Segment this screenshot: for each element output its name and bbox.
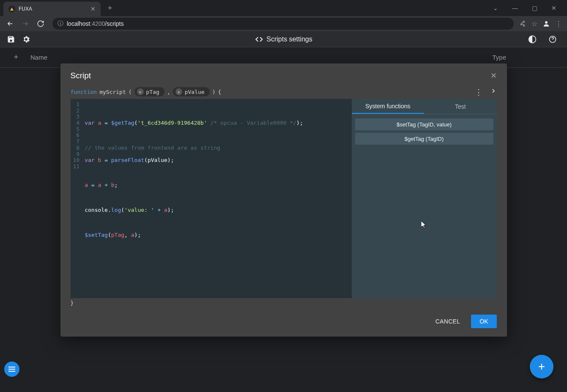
code-content[interactable]: var a = $getTag('t_6cd346d9-9196428b' /*… [83,99,307,298]
side-panel: System functions Test $setTag (TagID, va… [352,99,497,298]
browser-tab[interactable]: FUXA ✕ [3,2,101,16]
code-line: $setTag(pTag, a); [85,232,303,238]
fn-gettag-button[interactable]: $getTag (TagID) [355,133,493,145]
tab-favicon [8,5,15,12]
remove-param-icon[interactable]: ✕ [175,88,182,95]
tab-system-functions[interactable]: System functions [352,99,425,114]
editor-row: 1234567891011 var a = $getTag('t_6cd346d… [60,99,507,298]
keyword-function: function [71,89,97,95]
url-path: /scripts [105,20,123,27]
code-editor[interactable]: 1234567891011 var a = $getTag('t_6cd346d… [71,99,352,298]
param-label: pValue [185,89,205,95]
nav-reload-button[interactable] [34,17,47,30]
remove-param-icon[interactable]: ✕ [137,88,144,95]
fn-settag-button[interactable]: $setTag (TagID, value) [355,118,493,130]
param-chip-ptag[interactable]: ✕ pTag [134,87,164,96]
window-controls: ⌄ — ▢ ✕ [489,5,567,11]
window-maximize-icon[interactable]: ▢ [528,5,541,11]
browser-titlebar: FUXA ✕ + ⌄ — ▢ ✕ [0,0,567,16]
dialog-backdrop: Script ✕ function myScript ( ✕ pTag , ✕ … [0,31,567,392]
menu-icon [8,367,15,372]
new-tab-button[interactable]: + [104,2,116,14]
menu-fab[interactable] [4,362,19,377]
code-line: console.log('value: ' + a); [85,207,303,214]
param-label: pTag [146,89,159,95]
chevron-down-icon[interactable]: ⌄ [489,5,502,11]
dialog-actions: CANCEL OK [60,310,507,337]
function-name: myScript [99,89,126,95]
add-fab[interactable]: + [530,355,553,378]
code-line: a = a + b; [85,182,303,189]
url-host: localhost [67,20,90,27]
url-input[interactable]: ⓘ localhost:4200/scripts [52,18,514,30]
code-line [85,195,303,201]
open-brace: { [218,89,222,95]
bookmark-icon[interactable]: ☆ [531,20,537,28]
cancel-button[interactable]: CANCEL [430,315,466,328]
dialog-title: Script [71,71,91,80]
param-chip-pvalue[interactable]: ✕ pValue [173,87,210,96]
share-icon[interactable] [519,20,526,27]
function-signature: function myScript ( ✕ pTag , ✕ pValue ) … [60,85,507,99]
tab-title: FUXA [19,6,90,12]
tab-close-icon[interactable]: ✕ [90,5,96,12]
code-line: var b = parseFloat(pValue); [85,157,303,164]
code-line [85,108,303,114]
close-brace: } [60,298,507,310]
close-icon[interactable]: ✕ [490,71,497,80]
profile-icon[interactable] [542,20,550,27]
window-close-icon[interactable]: ✕ [548,5,560,11]
url-port: :4200 [90,20,105,27]
code-line [85,132,303,139]
close-paren: ) [212,89,216,95]
nav-forward-button[interactable] [19,17,32,30]
open-paren: ( [129,89,132,95]
nav-back-button[interactable] [3,17,17,30]
browser-urlbar: ⓘ localhost:4200/scripts ☆ ⋮ [0,16,567,31]
code-line: var a = $getTag('t_6cd346d9-9196428b' /*… [85,120,303,126]
system-functions-list: $setTag (TagID, value) $getTag (TagID) [352,114,497,149]
dialog-header: Script ✕ [60,63,507,85]
ok-button[interactable]: OK [471,315,496,328]
line-gutter: 1234567891011 [71,99,83,298]
param-separator: , [167,89,170,95]
browser-menu-icon[interactable]: ⋮ [555,20,562,28]
more-icon[interactable]: ⋮ [475,88,482,96]
code-line [85,219,303,226]
code-line: // the values from frontend are as strin… [85,145,303,151]
side-tabs: System functions Test [352,99,497,114]
svg-point-0 [545,21,548,24]
collapse-panel-icon[interactable] [490,88,497,96]
site-info-icon[interactable]: ⓘ [58,20,63,27]
window-minimize-icon[interactable]: — [509,5,521,11]
script-dialog: Script ✕ function myScript ( ✕ pTag , ✕ … [60,63,507,337]
tab-test[interactable]: Test [424,99,497,114]
code-line [85,170,303,176]
